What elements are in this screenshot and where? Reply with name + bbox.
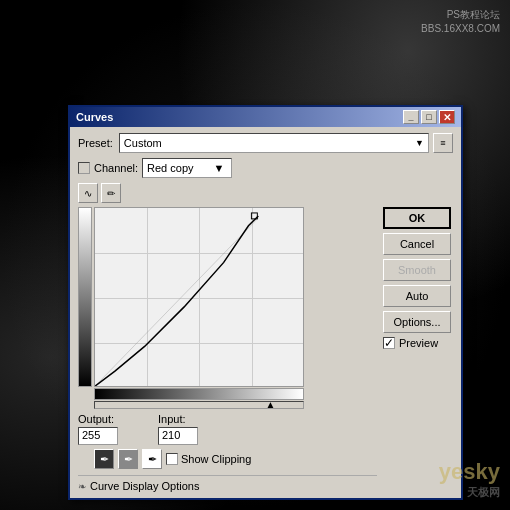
input-label: Input: xyxy=(158,413,198,425)
watermark-bottom: yesky 天极网 xyxy=(439,459,500,500)
channel-label: Channel: xyxy=(94,162,138,174)
dialog-body: Preset: Custom ▼ ≡ Channel: Red copy ▼ ∿… xyxy=(70,127,461,498)
y-axis-gradient xyxy=(78,207,92,387)
channel-checkbox[interactable] xyxy=(78,162,90,174)
preset-value: Custom xyxy=(124,137,162,149)
preview-label: Preview xyxy=(399,337,438,349)
svg-line-0 xyxy=(95,218,258,386)
curves-graph[interactable] xyxy=(94,207,304,387)
output-label: Output: xyxy=(78,413,118,425)
expand-arrow-icon: ❧ xyxy=(78,481,86,492)
input-field[interactable]: 210 xyxy=(158,427,198,445)
cancel-button[interactable]: Cancel xyxy=(383,233,451,255)
watermark-top: PS教程论坛 BBS.16XX8.COM xyxy=(421,8,500,36)
dialog-titlebar: Curves _ □ ✕ xyxy=(70,107,461,127)
preset-dropdown[interactable]: Custom ▼ xyxy=(119,133,429,153)
x-axis-wrapper: ▲ xyxy=(94,387,377,409)
close-button[interactable]: ✕ xyxy=(439,110,455,124)
titlebar-buttons: _ □ ✕ xyxy=(403,110,455,124)
channel-dropdown[interactable]: Red copy ▼ xyxy=(142,158,232,178)
curves-dialog: Curves _ □ ✕ Preset: Custom ▼ ≡ Channel:… xyxy=(68,105,463,500)
curves-canvas-wrapper xyxy=(78,207,377,387)
channel-value: Red copy xyxy=(147,162,193,174)
output-field[interactable]: 255 xyxy=(78,427,118,445)
curve-display-label: Curve Display Options xyxy=(90,480,199,492)
white-eyedropper-button[interactable]: ✒ xyxy=(142,449,162,469)
slider-row: ▲ xyxy=(94,401,304,409)
input-slider[interactable]: ▲ xyxy=(94,401,304,409)
channel-row: Channel: Red copy ▼ xyxy=(78,158,453,178)
bottom-tools-row: ✒ ✒ ✒ Show Clipping xyxy=(94,449,377,469)
curve-svg xyxy=(95,208,303,386)
preset-label: Preset: xyxy=(78,137,113,149)
curve-tool-button[interactable]: ∿ xyxy=(78,183,98,203)
ok-button[interactable]: OK xyxy=(383,207,451,229)
gray-eyedropper-button[interactable]: ✒ xyxy=(118,449,138,469)
maximize-button[interactable]: □ xyxy=(421,110,437,124)
preset-options-button[interactable]: ≡ xyxy=(433,133,453,153)
curves-section: ▲ Output: 255 Input: 210 xyxy=(78,207,377,492)
main-area: ▲ Output: 255 Input: 210 xyxy=(78,207,453,492)
auto-button[interactable]: Auto xyxy=(383,285,451,307)
preset-row: Preset: Custom ▼ ≡ xyxy=(78,133,453,153)
input-block: Input: 210 xyxy=(158,413,198,445)
curve-display-row[interactable]: ❧ Curve Display Options xyxy=(78,475,377,492)
preset-dropdown-arrow-icon: ▼ xyxy=(415,138,424,148)
options-button[interactable]: Options... xyxy=(383,311,451,333)
smooth-button[interactable]: Smooth xyxy=(383,259,451,281)
tool-row: ∿ ✏ xyxy=(78,183,453,203)
output-input-section: Output: 255 Input: 210 xyxy=(78,413,377,445)
dialog-title: Curves xyxy=(76,111,113,123)
show-clipping-checkbox[interactable] xyxy=(166,453,178,465)
show-clipping-label: Show Clipping xyxy=(181,453,251,465)
right-buttons-panel: OK Cancel Smooth Auto Options... Preview xyxy=(383,207,453,492)
black-eyedropper-button[interactable]: ✒ xyxy=(94,449,114,469)
preview-checkbox[interactable] xyxy=(383,337,395,349)
output-block: Output: 255 xyxy=(78,413,118,445)
pencil-tool-button[interactable]: ✏ xyxy=(101,183,121,203)
preview-row: Preview xyxy=(383,337,453,349)
channel-dropdown-arrow-icon: ▼ xyxy=(214,162,225,174)
show-clipping-row: Show Clipping xyxy=(166,453,251,465)
slider-thumb-icon: ▲ xyxy=(266,399,276,410)
minimize-button[interactable]: _ xyxy=(403,110,419,124)
